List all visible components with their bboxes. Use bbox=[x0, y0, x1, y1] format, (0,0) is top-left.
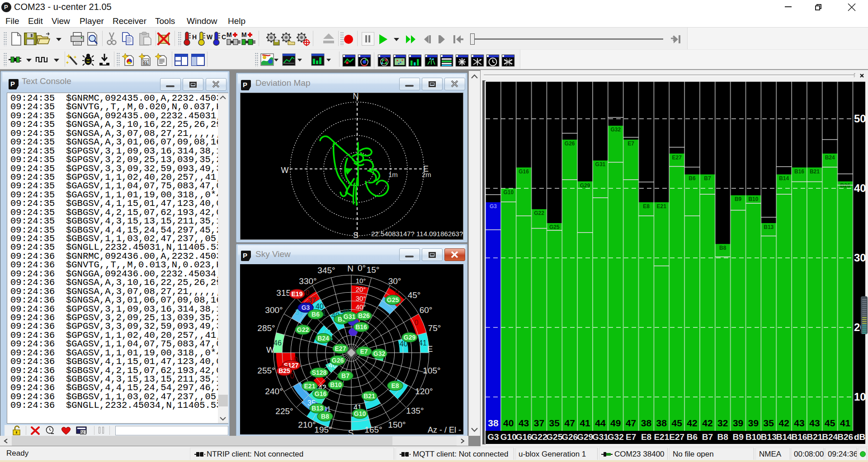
svg-text:165°: 165° bbox=[364, 425, 382, 434]
svg-text:C: C bbox=[222, 33, 226, 41]
svg-text:210°: 210° bbox=[298, 420, 316, 429]
svg-text:E21: E21 bbox=[654, 432, 669, 442]
svg-text:E7: E7 bbox=[360, 348, 368, 355]
svg-text:dB: dB bbox=[854, 432, 865, 442]
svg-text:B6: B6 bbox=[689, 175, 696, 182]
svg-text:G29: G29 bbox=[577, 432, 593, 442]
svg-text:G26: G26 bbox=[561, 432, 578, 442]
svg-text:G25: G25 bbox=[387, 296, 399, 303]
svg-text:75°: 75° bbox=[428, 323, 441, 333]
svg-text:B8: B8 bbox=[321, 413, 329, 420]
svg-text:B7: B7 bbox=[341, 372, 349, 379]
svg-text:10: 10 bbox=[854, 391, 866, 403]
svg-text:B16: B16 bbox=[792, 432, 807, 442]
svg-text:G29: G29 bbox=[404, 334, 416, 341]
svg-text:38: 38 bbox=[641, 418, 652, 428]
svg-text:B16: B16 bbox=[794, 168, 804, 175]
svg-text:B6: B6 bbox=[311, 311, 320, 318]
svg-text:38: 38 bbox=[488, 418, 499, 428]
svg-text:G31: G31 bbox=[592, 432, 609, 442]
svg-text:G22: G22 bbox=[534, 210, 544, 216]
svg-text:40°: 40° bbox=[356, 303, 366, 311]
svg-text:B8: B8 bbox=[719, 245, 726, 251]
svg-text:B26: B26 bbox=[358, 312, 370, 319]
svg-text:10°: 10° bbox=[356, 277, 366, 285]
svg-text:G3: G3 bbox=[490, 203, 497, 210]
svg-text:G3: G3 bbox=[302, 304, 310, 311]
svg-text:120°: 120° bbox=[415, 387, 433, 396]
svg-text:G25: G25 bbox=[546, 432, 562, 442]
svg-text:E8: E8 bbox=[641, 432, 651, 442]
svg-text:B10: B10 bbox=[330, 381, 342, 388]
svg-text:195°: 195° bbox=[314, 425, 332, 434]
svg-text:S: S bbox=[353, 231, 359, 240]
svg-text:47: 47 bbox=[626, 418, 636, 428]
svg-text:150°: 150° bbox=[388, 420, 406, 429]
svg-text:G16: G16 bbox=[516, 432, 532, 442]
svg-text:38: 38 bbox=[656, 418, 667, 428]
svg-text:G26: G26 bbox=[332, 357, 344, 364]
svg-text:37: 37 bbox=[534, 418, 544, 428]
svg-text:G22: G22 bbox=[297, 326, 309, 333]
svg-text:B10: B10 bbox=[745, 432, 761, 442]
svg-text:39: 39 bbox=[748, 418, 759, 428]
svg-text:B9: B9 bbox=[732, 432, 743, 442]
svg-text:46: 46 bbox=[274, 339, 282, 347]
svg-text:B10: B10 bbox=[748, 196, 758, 202]
svg-text:G10: G10 bbox=[500, 432, 517, 442]
svg-text:E8: E8 bbox=[643, 203, 650, 210]
svg-text:B7: B7 bbox=[704, 175, 711, 182]
svg-text:240°: 240° bbox=[265, 387, 283, 396]
svg-text:0: 0 bbox=[306, 289, 310, 297]
svg-text:G3: G3 bbox=[487, 432, 499, 442]
svg-text:0: 0 bbox=[415, 319, 419, 327]
svg-text:G31: G31 bbox=[344, 313, 356, 320]
svg-text:E: E bbox=[427, 344, 433, 354]
svg-text:45: 45 bbox=[825, 418, 835, 428]
svg-text:E21: E21 bbox=[304, 383, 316, 390]
svg-text:43: 43 bbox=[809, 418, 820, 428]
svg-text:E19: E19 bbox=[292, 290, 303, 298]
svg-text:E27: E27 bbox=[335, 345, 346, 352]
svg-text:42: 42 bbox=[702, 418, 712, 428]
svg-text:32: 32 bbox=[717, 418, 728, 428]
svg-text:B13: B13 bbox=[764, 224, 774, 230]
svg-text:345°: 345° bbox=[317, 266, 335, 275]
svg-text:330°: 330° bbox=[299, 276, 316, 286]
svg-text:G29: G29 bbox=[580, 182, 590, 189]
svg-text:G32: G32 bbox=[610, 126, 621, 133]
svg-text:60°: 60° bbox=[420, 305, 433, 315]
svg-text:B14: B14 bbox=[776, 432, 792, 442]
svg-text:G32: G32 bbox=[373, 350, 386, 357]
svg-text:E7: E7 bbox=[627, 140, 634, 147]
svg-text:35: 35 bbox=[764, 418, 774, 428]
svg-text:S: S bbox=[348, 428, 354, 434]
svg-text:B9: B9 bbox=[735, 196, 742, 202]
svg-text:300°: 300° bbox=[265, 305, 283, 315]
svg-text:E27: E27 bbox=[672, 154, 682, 161]
svg-text:20°: 20° bbox=[356, 285, 366, 293]
svg-text:39: 39 bbox=[733, 418, 743, 428]
svg-text:G22: G22 bbox=[531, 432, 547, 442]
svg-text:50: 50 bbox=[854, 112, 866, 125]
svg-text:42: 42 bbox=[687, 418, 697, 428]
svg-text:G32: G32 bbox=[608, 432, 624, 442]
svg-text:B13: B13 bbox=[761, 432, 777, 442]
svg-text:40: 40 bbox=[503, 418, 514, 428]
svg-text:B14: B14 bbox=[779, 175, 789, 182]
svg-text:N: N bbox=[347, 264, 354, 273]
svg-text:30: 30 bbox=[854, 252, 866, 264]
svg-text:41: 41 bbox=[580, 418, 590, 428]
svg-text:30°: 30° bbox=[356, 294, 366, 302]
svg-text:W: W bbox=[281, 166, 289, 175]
svg-text:41: 41 bbox=[419, 339, 427, 347]
svg-text:B26: B26 bbox=[837, 432, 853, 442]
svg-text:285°: 285° bbox=[257, 323, 275, 333]
svg-text:N: N bbox=[353, 93, 359, 101]
svg-text:G31: G31 bbox=[595, 161, 606, 168]
svg-text:49: 49 bbox=[610, 418, 621, 428]
svg-text:G25: G25 bbox=[549, 224, 560, 230]
svg-text:45: 45 bbox=[672, 418, 683, 428]
svg-text:B6: B6 bbox=[687, 432, 698, 442]
svg-text:225°: 225° bbox=[275, 406, 293, 416]
